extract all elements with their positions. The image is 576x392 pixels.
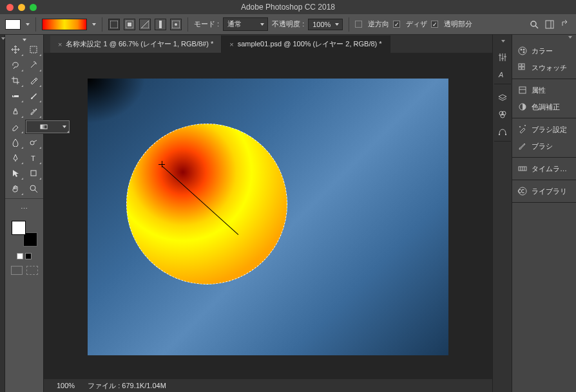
panel-label: ブラシ設定: [532, 125, 567, 135]
brushes-panel[interactable]: ブラシ: [512, 138, 576, 154]
pen-tool[interactable]: [7, 151, 24, 165]
brush-settings-icon: [517, 124, 528, 135]
reflected-gradient-button[interactable]: [155, 19, 166, 30]
hand-tool[interactable]: [7, 182, 24, 196]
marquee-tool[interactable]: [25, 42, 42, 57]
svg-rect-33: [522, 67, 524, 70]
panel-label: タイムラ…: [532, 164, 567, 174]
svg-rect-24: [499, 134, 500, 135]
reverse-label: 逆方向: [368, 19, 389, 29]
eyedropper-tool[interactable]: [25, 73, 42, 88]
foreground-color[interactable]: [12, 221, 26, 235]
lasso-tool[interactable]: [7, 58, 24, 72]
swatches-panel[interactable]: スウォッチ: [512, 59, 576, 76]
share-icon[interactable]: [559, 19, 571, 30]
chevron-down-icon[interactable]: [92, 23, 96, 26]
diamond-gradient-button[interactable]: [170, 19, 182, 30]
workspace-icon[interactable]: [544, 19, 555, 30]
tool-preset-picker[interactable]: [5, 19, 21, 30]
chevron-down-icon[interactable]: [26, 23, 30, 26]
svg-rect-30: [519, 64, 521, 66]
healing-brush-tool[interactable]: [7, 89, 24, 103]
gradient-tool[interactable]: [25, 120, 70, 134]
blend-mode-select[interactable]: 通常: [223, 17, 268, 31]
titlebar: Adobe Photoshop CC 2018: [0, 0, 576, 14]
chevron-down-icon[interactable]: [568, 36, 572, 39]
adjustments-panel[interactable]: 色調補正: [512, 98, 576, 115]
chevron-down-icon[interactable]: [501, 40, 505, 42]
svg-point-27: [521, 49, 523, 51]
panel-label: ライブラリ: [532, 187, 567, 196]
libraries-panel[interactable]: ライブラリ: [512, 183, 576, 200]
layers-icon[interactable]: [497, 92, 508, 104]
svg-rect-4: [159, 21, 162, 28]
svg-rect-31: [522, 64, 524, 66]
svg-point-15: [30, 141, 34, 145]
panel-label: 属性: [532, 86, 546, 95]
eraser-tool[interactable]: [7, 120, 24, 134]
tab-label: 名称未設定 1 @ 66.7% (レイヤー 1, RGB/8#) *: [66, 39, 213, 49]
palette-icon: [517, 46, 528, 56]
opacity-input[interactable]: 100%: [308, 19, 343, 30]
radial-gradient-button[interactable]: [124, 19, 135, 30]
clone-stamp-tool[interactable]: [7, 104, 24, 118]
history-brush-tool[interactable]: [25, 104, 42, 118]
type-tool[interactable]: T: [25, 151, 42, 165]
transparency-checkbox[interactable]: [431, 21, 438, 28]
blur-tool[interactable]: [7, 135, 24, 149]
brush-tool[interactable]: [25, 89, 42, 103]
svg-rect-32: [519, 67, 521, 70]
file-info[interactable]: ファイル : 679.1K/1.04M: [88, 381, 166, 391]
path-selection-tool[interactable]: [7, 166, 24, 180]
dodge-tool[interactable]: [25, 135, 42, 149]
cc-icon: [517, 186, 528, 196]
svg-rect-9: [546, 21, 553, 28]
magic-wand-tool[interactable]: [25, 58, 42, 72]
crop-tool[interactable]: [7, 73, 24, 88]
default-colors[interactable]: [17, 253, 32, 259]
shape-tool[interactable]: [25, 166, 42, 180]
close-tab-icon[interactable]: ×: [58, 41, 62, 48]
canvas[interactable]: [88, 79, 448, 355]
edit-toolbar[interactable]: ⋯: [16, 201, 33, 216]
dither-label: ディザ: [406, 19, 427, 29]
color-panel[interactable]: カラー: [512, 42, 576, 59]
svg-marker-3: [141, 21, 149, 28]
svg-text:T: T: [31, 154, 35, 162]
opacity-value: 100%: [312, 21, 331, 28]
dither-checkbox[interactable]: [393, 21, 400, 28]
paths-icon[interactable]: [497, 126, 508, 137]
svg-point-6: [175, 23, 177, 26]
angle-gradient-button[interactable]: [139, 19, 151, 30]
adjustments-icon: [517, 102, 528, 112]
character-icon[interactable]: A: [497, 68, 508, 80]
chevron-down-icon[interactable]: [23, 39, 26, 41]
svg-point-26: [519, 47, 526, 55]
reverse-checkbox[interactable]: [355, 21, 362, 28]
color-picker[interactable]: [12, 221, 37, 247]
svg-point-29: [523, 51, 525, 53]
document-tab[interactable]: ×sample01.psd @ 100% (レイヤー 2, RGB/8) *: [222, 35, 390, 53]
close-tab-icon[interactable]: ×: [229, 41, 233, 48]
zoom-level[interactable]: 100%: [57, 382, 75, 389]
move-tool[interactable]: [7, 42, 24, 57]
document-tab[interactable]: ×名称未設定 1 @ 66.7% (レイヤー 1, RGB/8#) *: [50, 35, 222, 53]
canvas-viewport[interactable]: [44, 53, 492, 379]
chevron-down-icon[interactable]: [1, 37, 5, 40]
quick-mask-toggle[interactable]: [11, 266, 23, 275]
properties-panel[interactable]: 属性: [512, 82, 576, 98]
gradient-picker[interactable]: [42, 19, 87, 30]
linear-gradient-button[interactable]: [108, 19, 120, 30]
screen-mode-toggle[interactable]: [26, 266, 38, 275]
search-icon[interactable]: [528, 19, 540, 30]
svg-point-41: [519, 187, 526, 195]
document-area: ×名称未設定 1 @ 66.7% (レイヤー 1, RGB/8#) * ×sam…: [44, 35, 492, 392]
adjustments-icon[interactable]: [497, 51, 508, 63]
svg-point-7: [531, 21, 536, 26]
zoom-tool[interactable]: [25, 182, 42, 196]
toolbox: T ⋯: [5, 35, 44, 392]
channels-icon[interactable]: [497, 109, 508, 120]
mode-label: モード :: [194, 19, 219, 29]
brush-settings-panel[interactable]: ブラシ設定: [512, 121, 576, 138]
timeline-panel[interactable]: タイムラ…: [512, 160, 576, 177]
